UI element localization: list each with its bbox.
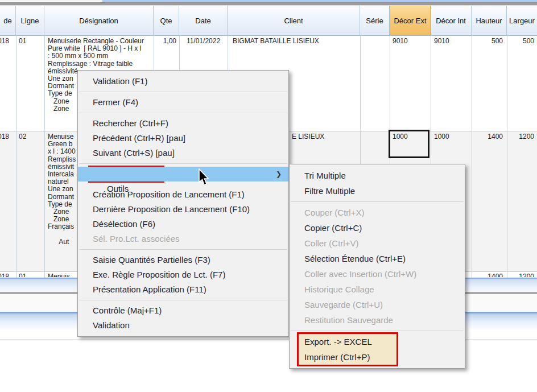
cell-hauteur: 1400 (472, 273, 503, 277)
column-header-client[interactable]: Client (228, 6, 360, 35)
submenu-item-couper: Couper (Ctrl+X) (290, 205, 465, 220)
cell-ligne[interactable]: 01 (19, 38, 26, 45)
cell-client[interactable]: E LISIEUX (292, 133, 324, 141)
cell-largeur[interactable]: 1200 (507, 133, 534, 141)
cell-largeur: 1200 (507, 273, 534, 277)
cell-designation: Menuis (48, 273, 70, 277)
mouse-cursor-icon (198, 168, 210, 189)
menu-item-saisie-quantites[interactable]: Saisie Quantités Partielles (F3) (78, 253, 288, 267)
column-header-label: Qte (160, 16, 172, 25)
menu-item-outils[interactable]: Outils ❯ (78, 167, 288, 181)
cell-code[interactable]: 018 (0, 38, 9, 45)
column-header-label: Client (284, 16, 303, 25)
menu-separator (79, 300, 287, 300)
grid-line (472, 35, 472, 278)
grid-line (16, 35, 16, 278)
submenu-item-selection-etendue[interactable]: Sélection Étendue (Ctrl+E) (290, 251, 465, 266)
menu-item-fermer[interactable]: Fermer (F4) (78, 95, 288, 110)
column-header-label: Ligne (21, 16, 39, 25)
cell-qte[interactable]: 1,00 (154, 38, 176, 45)
cell-code: 018 (0, 273, 9, 277)
cell-ligne: 01 (19, 273, 26, 277)
column-header-label: Largeur (509, 16, 535, 25)
cell-ligne[interactable]: 02 (19, 133, 26, 141)
column-header-qte[interactable]: Qte (154, 6, 179, 35)
cell-decor-ext[interactable]: 9010 (393, 38, 408, 45)
cell-decor-int[interactable]: 9010 (434, 38, 449, 45)
cell-client[interactable]: BIGMAT BATAILLE LISIEUX (233, 38, 319, 45)
menu-item-derniere-proposition[interactable]: Dernière Proposition de Lancement (F10) (78, 202, 288, 217)
menu-item-sel-prolct-associees: Sél. Pro.Lct. associées (78, 232, 288, 246)
column-header-ligne[interactable]: Ligne (16, 6, 44, 35)
column-header-label: Décor Int (436, 16, 466, 25)
menu-separator (79, 113, 287, 113)
column-header-decor-ext[interactable]: Décor Ext (390, 6, 431, 35)
submenu-arrow-icon: ❯ (276, 167, 282, 181)
column-header-decor-int[interactable]: Décor Int (431, 6, 472, 35)
cell-code[interactable]: 018 (0, 133, 9, 141)
context-menu: Validation (F1) Fermer (F4) Rechercher (… (77, 70, 289, 337)
menu-item-creation-proposition[interactable]: Création Proposition de Lancement (F1) (78, 187, 288, 202)
menu-item-validation[interactable]: Validation (78, 318, 288, 333)
submenu-item-coller: Coller (Ctrl+V) (290, 236, 465, 251)
submenu-item-filtre-multiple[interactable]: Filtre Multiple (290, 183, 465, 199)
submenu-item-historique-collage: Historique Collage (290, 282, 465, 297)
submenu-item-coller-avec-insertion: Coller avec Insertion (Ctrl+W) (290, 266, 465, 282)
cell-date[interactable]: 11/01/2022 (179, 38, 228, 45)
column-header-hauteur[interactable]: Hauteur (472, 6, 507, 35)
submenu-item-sauvegarde: Sauvegarde (Ctrl+U) (290, 297, 465, 312)
menu-item-rechercher[interactable]: Rechercher (Ctrl+F) (78, 116, 288, 131)
selected-cell-outline (389, 130, 429, 158)
menu-separator (291, 331, 464, 331)
column-header-label: Date (195, 16, 210, 25)
cell-largeur[interactable]: 500 (507, 38, 534, 45)
cell-hauteur[interactable]: 500 (472, 38, 503, 45)
column-header-label: Décor Ext (394, 16, 426, 25)
menu-item-deselection[interactable]: Désélection (F6) (78, 217, 288, 232)
menu-item-controle[interactable]: Contrôle (Maj+F1) (78, 303, 288, 318)
menu-item-suivant[interactable]: Suivant (Ctrl+S) [pau] (78, 146, 288, 160)
menu-item-precedent[interactable]: Précédent (Ctrl+R) [pau] (78, 131, 288, 146)
column-header-label: Série (366, 16, 383, 25)
column-header-largeur[interactable]: Largeur (507, 6, 537, 35)
menu-separator (291, 201, 464, 202)
cell-designation[interactable]: Menuise Green b x l : 1400 Rempliss émis… (48, 133, 76, 246)
submenu-item-imprimer[interactable]: Imprimer (Ctrl+P) (290, 349, 465, 365)
cell-hauteur[interactable]: 1400 (472, 133, 503, 141)
column-header-label: de (3, 16, 11, 25)
column-header-serie[interactable]: Série (360, 6, 390, 35)
menu-item-presentation-application[interactable]: Présentation Application (F11) (78, 282, 288, 297)
column-header-label: Désignation (79, 16, 118, 25)
submenu-item-tri-multiple[interactable]: Tri Multiple (290, 168, 465, 183)
column-header-label: Hauteur (476, 16, 502, 25)
column-header-designation[interactable]: Désignation (44, 6, 154, 35)
grid-line (507, 35, 507, 278)
menu-item-exe-regle[interactable]: Exe. Règle Proposition de Lct. (F7) (78, 267, 288, 282)
application-window: de Ligne Désignation Qte Date Client Sér… (0, 0, 537, 392)
column-header-date[interactable]: Date (179, 6, 228, 35)
grid-line (44, 35, 45, 278)
menu-separator (79, 163, 287, 164)
column-header-code[interactable]: de (0, 6, 16, 35)
menu-item-validation-f1[interactable]: Validation (F1) (78, 74, 288, 89)
submenu-item-restitution-sauvegarde: Restitution Sauvegarde (290, 312, 465, 328)
outils-submenu: Tri Multiple Filtre Multiple Couper (Ctr… (289, 164, 465, 369)
menu-separator (79, 92, 287, 92)
cell-decor-int[interactable]: 1000 (434, 133, 449, 141)
submenu-item-copier[interactable]: Copier (Ctrl+C) (290, 220, 465, 236)
submenu-item-export-excel[interactable]: Export. -> EXCEL (290, 334, 465, 349)
menu-separator (79, 249, 287, 250)
